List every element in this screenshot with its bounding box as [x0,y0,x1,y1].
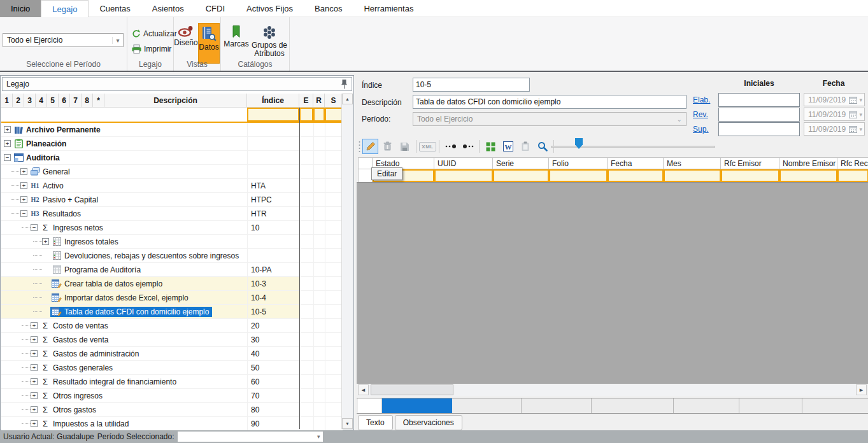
status-period-combobox[interactable]: ▾ [178,432,323,442]
table-filter-cell[interactable] [359,169,373,182]
zoom-slider-track[interactable] [551,146,715,148]
toolbar-drag-handle[interactable] [358,141,361,152]
expand-icon[interactable]: + [31,378,38,385]
tree-node[interactable]: ΣImpuestos a la utilidad [39,418,132,429]
collapse-icon[interactable]: − [20,210,27,217]
expand-icon[interactable]: + [31,350,38,357]
expand-icon[interactable]: + [20,168,27,175]
expand-icon[interactable]: + [42,238,49,245]
table-filter-cell[interactable] [549,169,608,182]
tree-vertical-scrollbar[interactable]: ▲ ▼ [341,94,353,429]
scroll-left-arrow[interactable]: ◀ [358,384,369,395]
elab-fecha-picker[interactable]: 11/09/2019▾ [804,93,865,106]
table-column-header-rfc-emisor[interactable]: Rfc Emisor [721,158,779,169]
table-column-header-fecha[interactable]: Fecha [608,158,664,169]
tree-column-header-4[interactable]: 4 [36,94,47,108]
expand-icon[interactable]: + [31,336,38,343]
expand-icon[interactable]: + [4,126,11,133]
tree-node[interactable]: Ingresos totales [50,237,122,247]
datos-button[interactable]: Datos [198,23,220,64]
expand-icon[interactable]: + [31,364,38,371]
table-column-header-folio[interactable]: Folio [549,158,608,169]
filter-cell-indice[interactable] [247,108,299,122]
tab-asientos[interactable]: Asientos [141,0,195,17]
table-filter-cell[interactable] [779,169,837,182]
tree-item[interactable]: +Archivo Permanente [1,123,343,137]
tree-item[interactable]: +ΣGastos de venta30 [1,333,343,347]
rev-fecha-picker[interactable]: 11/09/2019▾ [804,108,865,121]
tree-column-header-star[interactable]: * [93,94,104,108]
expand-icon[interactable]: + [31,420,38,427]
tree-node[interactable]: General [29,167,73,177]
filter-cell-descripcion[interactable] [104,108,247,122]
tree-node[interactable]: Archivo Permanente [12,125,104,135]
tree-column-header-3[interactable]: 3 [24,94,36,108]
word-export-button[interactable]: W [500,139,516,154]
table-filter-cell[interactable] [608,169,664,182]
tree-node[interactable]: ΣGastos generales [39,362,116,373]
collapse-icon[interactable]: − [31,224,38,231]
expand-icon[interactable]: + [31,322,38,329]
expand-icon[interactable]: + [4,140,11,147]
tab-inicio[interactable]: Inicio [0,0,41,17]
bottom-tab-texto[interactable]: Texto [358,415,393,430]
tree-column-header-1[interactable]: 1 [1,94,13,108]
tree-node[interactable]: Programa de Auditoría [50,265,144,275]
tab-legajo[interactable]: Legajo [41,0,89,17]
tree-column-header-6[interactable]: 6 [59,94,70,108]
tree-node[interactable]: Devoluciones, rebajas y descuentos sobre… [50,251,242,261]
table-column-header-indicator[interactable] [359,158,373,169]
collapse-icon[interactable]: − [4,154,11,161]
sup-fecha-picker[interactable]: 11/09/2019▾ [804,122,865,136]
tree-node[interactable]: ΣGastos de administración [39,348,142,359]
sup-iniciales-input[interactable] [718,122,800,136]
scroll-up-arrow[interactable]: ▲ [342,94,353,104]
scroll-down-arrow[interactable]: ▼ [342,418,353,429]
bottom-tab-observaciones[interactable]: Observaciones [395,415,462,430]
tab-cuentas[interactable]: Cuentas [89,0,141,17]
tree-item[interactable]: +ΣGastos generales50 [1,361,343,375]
paste-button[interactable] [517,139,533,154]
xml-export-button[interactable]: XML [420,139,436,154]
imprimir-button[interactable]: Imprimir [132,43,171,55]
tree-item[interactable]: −H3ResultadosHTR [1,207,343,221]
tree-item[interactable]: +H1ActivoHTA [1,179,343,193]
table-filter-cell[interactable] [664,169,721,182]
tree-column-header-8[interactable]: 8 [82,94,93,108]
tree-item[interactable]: +ΣOtros gastos80 [1,403,343,417]
tree-item[interactable]: +General [1,165,343,179]
dots-start-icon[interactable] [443,139,459,154]
table-filter-cell[interactable] [434,169,493,182]
indice-input[interactable] [413,78,530,92]
tree-column-header-s[interactable]: S [325,94,343,108]
actualizar-button[interactable]: Actualizar [132,27,177,40]
tree-column-header-r[interactable]: R [313,94,325,108]
table-column-header-serie[interactable]: Serie [493,158,549,169]
save-button[interactable] [397,139,413,154]
tree-node[interactable]: Importar datos desde Excel, ejemplo [50,293,192,303]
expand-icon[interactable]: + [31,406,38,413]
tree-node[interactable]: ΣOtros ingresos [39,390,106,401]
tree-node[interactable]: Planeación [12,138,69,149]
tree-item[interactable]: +Ingresos totales [1,235,343,249]
edit-button[interactable] [362,139,378,154]
tree-column-header-e[interactable]: E [299,94,313,108]
marcas-button[interactable]: Marcas [223,23,250,64]
tree-node[interactable]: H2Pasivo + Capital [29,195,101,205]
filter-cell-r[interactable] [313,108,325,122]
tree-item[interactable]: −Auditoría [1,151,343,165]
expand-icon[interactable]: + [20,182,27,189]
tab-herramientas[interactable]: Herramientas [353,0,424,17]
table-column-header-nombre-emisor[interactable]: Nombre Emisor [779,158,837,169]
tab-cfdi[interactable]: CFDI [195,0,236,17]
tree-node[interactable]: Auditoría [12,153,63,163]
rev-link[interactable]: Rev. [693,110,708,119]
tree-item[interactable]: Importar datos desde Excel, ejemplo10-4 [1,291,343,305]
descripcion-input[interactable] [413,95,687,109]
chevron-down-icon[interactable]: ▾ [112,37,123,44]
filter-cell-s[interactable] [325,108,343,122]
tree-column-header-descripción[interactable]: Descripción [104,94,247,108]
tab-activos-fijos[interactable]: Activos Fijos [236,0,304,17]
table-filter-cell[interactable] [721,169,779,182]
filter-cell-e[interactable] [299,108,313,122]
